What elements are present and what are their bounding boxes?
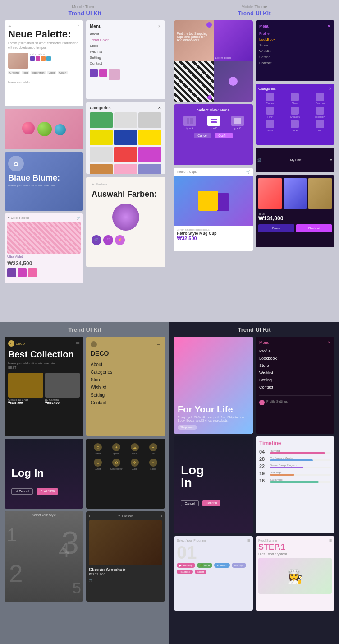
auswahl-btn-3[interactable]: ⚡ [115,235,125,245]
icon-7: ❖Adipi [128,459,142,470]
tag: Clean [58,71,68,74]
menu-lookbook[interactable]: LookBook [259,37,331,42]
login-fitness-title: LogIn [181,464,204,489]
prog-food[interactable]: 🌿 Food [197,563,212,568]
auswahl-btn-1[interactable]: 🛒 [92,235,101,245]
fyl-shop-btn[interactable]: Shop Now › [178,425,197,430]
tr-menu-close[interactable]: ✕ [327,24,331,28]
br-menu-profile[interactable]: Profile [259,347,331,355]
product-name: Retro Style Mug Cup [177,231,250,236]
cat-purple-close[interactable]: ✕ [329,87,332,91]
deco-about[interactable]: About [91,361,160,368]
mode-cancel-btn[interactable]: Cancel [194,133,211,138]
style-num-5: 5 [73,579,81,597]
product-chair: Classic 3D Chair ₩325,000 [8,373,43,405]
product-label: Interior / Cups [177,170,197,174]
categories-title: Categories [90,106,111,110]
menu-item-about[interactable]: About [90,31,161,37]
screen-blaue-blume: ✿ Blaue Blume: Lorem ipsum dolor sit ame… [5,152,83,211]
style-num-4: 4 [59,538,70,562]
cp-header-left: ⚑ Color Palette [7,216,29,220]
cat-shoes[interactable]: Shoes [284,93,307,105]
categories-close[interactable]: ✕ [158,106,161,110]
cat-tshirt[interactable]: T-Shirt [258,107,282,118]
deco-categories[interactable]: Categories [91,368,160,376]
cat-etc[interactable]: etc. [308,120,332,132]
mode-option-b[interactable] [207,116,220,126]
br-menu-contact[interactable]: Contact [259,384,331,391]
login-confirm-btn[interactable]: ✕ Confirm [37,488,58,495]
menu-item-setting[interactable]: Setting [90,55,161,60]
style-num-2: 2 [9,559,23,588]
quadrant-top-right: Mobile Theme Trend UI Kit Find the top S… [170,0,339,322]
prog-running[interactable]: ▶ Running [177,563,195,568]
cat-socks[interactable]: Socks [284,120,307,132]
screen-neue-palette: ☁✕ Neue Palette: Lorem ipsum dolor sit a… [5,20,83,106]
cart-cancel[interactable]: Cancel [258,224,294,232]
classic-prev[interactable]: ‹ [89,514,90,518]
kit-title-tr: Trend UI Kit [238,10,271,17]
blaue-icon: ✿ [8,156,24,171]
cart-total-price: ₩134,000 [258,215,332,222]
screen-pink-balls [5,109,83,149]
timeline-item-19: 19 Diet Yoga [259,471,331,476]
menu-title-label: Menu [90,24,101,29]
login-fitness-confirm[interactable]: Confirm [202,500,221,506]
menu-profile[interactable]: Profile [259,31,331,37]
step-sub: Diet Food System [258,552,332,556]
br-menu-wishlist[interactable]: Wishlist [259,369,331,376]
menu-close[interactable]: ✕ [158,24,161,29]
classic-price: ₩352,300 [89,572,162,576]
deco-setting[interactable]: Setting [91,391,160,399]
mode-option-a[interactable] [183,116,196,126]
style-num-1: 1 [7,525,17,545]
prog-teaching[interactable]: Teaching [177,570,193,574]
kit-subtitle-tr: Mobile Theme [242,5,267,9]
screen-select-program: Select Your Program ☰ 01 ▶ Running 🌿 Foo… [174,536,253,611]
menu-wishlist[interactable]: Wishlist [259,48,331,54]
deco-wishlist[interactable]: Wishlist [91,384,160,391]
login-fitness-cancel[interactable]: Cancel [181,500,199,506]
classic-next[interactable]: › [161,514,162,518]
classic-image [89,520,162,565]
tag: Graphic [8,71,20,74]
classic-name: Classic Armchair [89,567,162,572]
screen-menu-dark: Menu ✕ Profile LookBook Store Wishlist S… [256,20,334,81]
menu-contact[interactable]: Contact [259,60,331,66]
deco-contact[interactable]: Contact [91,399,160,407]
select-program-menu[interactable]: ☰ [247,539,250,542]
prog-sport[interactable]: Sport [195,570,206,574]
br-menu-store[interactable]: Store [259,362,331,369]
deco-store[interactable]: Store [91,376,160,384]
cat-clothes[interactable]: Clothes [258,93,282,105]
icon-8: ✧Scing [146,459,160,470]
menu-store[interactable]: Store [259,42,331,48]
quadrant-bottom-left: Trend UI Kit D DECO ☰ Best Collection Lo… [0,322,170,644]
menu-item-store[interactable]: Store [90,43,161,49]
cat-canopus[interactable]: Canopus [308,93,332,105]
br-menu-setting[interactable]: Setting [259,376,331,384]
mode-option-c[interactable] [231,116,244,126]
cat-sneakers[interactable]: Sneakers [284,107,307,118]
prog-health[interactable]: ♥ Health [214,563,230,568]
mode-confirm-btn[interactable]: Confirm [215,133,233,138]
br-menu-close[interactable]: ✕ [327,340,331,345]
cart-icon[interactable]: 🛒 [246,170,250,174]
quadrant-top-left: Mobile Theme Trend UI Kit ☁✕ Neue Palett… [0,0,170,322]
screen-cart: Total ₩134,000 Cancel Checkout [256,175,334,247]
auswahl-btn-2[interactable]: ♡ [103,235,113,245]
find-text: Find the top Shopping apps and games for… [177,32,211,42]
menu-item-trend[interactable]: Trend Color [90,37,161,43]
menu-setting[interactable]: Setting [259,54,331,60]
screen-deco-menu: ☰ DECO About Categories Store Wishlist S… [86,337,165,436]
login-cancel-btn[interactable]: ✕ Cancel [11,488,33,495]
prog-hpsys[interactable]: HP Sys [232,563,246,568]
cat-dress[interactable]: Dress [258,120,282,132]
cat-accessory[interactable]: Accessory [308,107,332,118]
cart-checkout[interactable]: Checkout [296,224,332,232]
food-system-menu[interactable]: ☰ [329,539,332,542]
menu-item-wishlist[interactable]: Wishlist [90,49,161,55]
menu-item-contact[interactable]: Contact [90,60,161,66]
br-menu-lookbook[interactable]: Lookbook [259,355,331,362]
screen-photo-grid: Find the top Shopping apps and games for… [174,20,253,102]
